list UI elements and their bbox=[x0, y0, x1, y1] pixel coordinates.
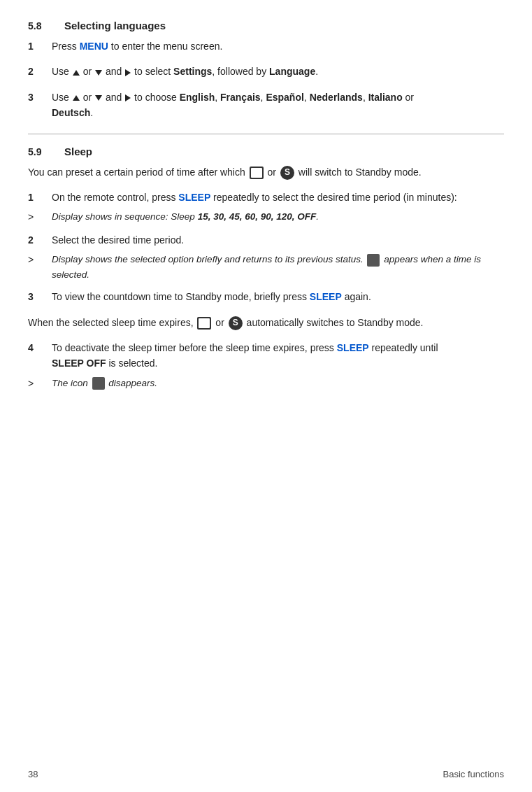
substep-59-4-content: The icon disappears. bbox=[52, 376, 157, 391]
step-58-1: 1 Press MENU to enter the menu screen. bbox=[28, 38, 504, 54]
substep-59-2: > Display shows the selected option brie… bbox=[28, 252, 504, 282]
section-59-heading: Sleep bbox=[64, 146, 92, 157]
step-59-4: 4 To deactivate the sleep timer before t… bbox=[28, 340, 504, 372]
arrow-right-icon2 bbox=[125, 94, 131, 101]
step-58-2: 2 Use or and to select Settings, followe… bbox=[28, 64, 504, 79]
step-58-3-content: Use or and to choose English, Français, … bbox=[52, 90, 504, 121]
sleep-keyword-3: SLEEP bbox=[310, 291, 342, 302]
arrow-up-icon bbox=[73, 70, 80, 76]
sleep-keyword-4a: SLEEP bbox=[337, 342, 369, 353]
language-label: Language bbox=[269, 66, 315, 77]
section-58: 5.8 Selecting languages 1 Press MENU to … bbox=[28, 20, 504, 121]
sleep-off-label: SLEEP OFF bbox=[52, 358, 106, 369]
substep-59-1: > Display shows in sequence: Sleep 15, 3… bbox=[28, 209, 504, 225]
substep-59-4: > The icon disappears. bbox=[28, 376, 504, 391]
section-59: 5.9 Sleep You can preset a certain perio… bbox=[28, 146, 504, 392]
page-content: 5.8 Selecting languages 1 Press MENU to … bbox=[0, 0, 532, 426]
tv-icon-2 bbox=[197, 317, 211, 330]
tv-icon bbox=[250, 167, 264, 179]
middle-text: When the selected sleep time expires, or… bbox=[28, 315, 504, 330]
arrow-up-icon2 bbox=[73, 95, 80, 101]
section-59-title: 5.9 Sleep bbox=[28, 146, 504, 157]
section-58-number: 5.8 bbox=[28, 20, 50, 31]
arrow-right-icon bbox=[125, 69, 131, 76]
step-59-2-num: 2 bbox=[28, 232, 42, 248]
menu-keyword: MENU bbox=[80, 41, 108, 52]
step-59-3: 3 To view the countdown time to Standby … bbox=[28, 289, 504, 304]
step-58-3-num: 3 bbox=[28, 90, 42, 105]
substep-marker-2: > bbox=[28, 252, 42, 267]
substep-marker-4: > bbox=[28, 376, 42, 391]
step-58-3: 3 Use or and to choose English, Français… bbox=[28, 90, 504, 121]
nederlands-label: Nederlands bbox=[310, 92, 363, 103]
footer-text: Basic functions bbox=[443, 769, 504, 779]
s-icon-2: S bbox=[229, 316, 243, 330]
section-58-title: 5.8 Selecting languages bbox=[28, 20, 504, 31]
sleep-keyword-1: SLEEP bbox=[178, 192, 210, 203]
espanol-label: Español bbox=[266, 92, 303, 103]
substep-marker-1: > bbox=[28, 209, 42, 225]
step-59-3-num: 3 bbox=[28, 289, 42, 304]
step-59-4-content: To deactivate the sleep timer before the… bbox=[52, 340, 504, 372]
page-footer: 38 Basic functions bbox=[0, 769, 532, 779]
s-icon: S bbox=[280, 166, 294, 180]
step-58-1-num: 1 bbox=[28, 38, 42, 54]
section-59-number: 5.9 bbox=[28, 146, 50, 157]
substep-59-2-content: Display shows the selected option briefl… bbox=[52, 252, 504, 282]
step-58-2-num: 2 bbox=[28, 64, 42, 79]
step-59-4-num: 4 bbox=[28, 340, 42, 355]
arrow-down-icon bbox=[95, 70, 102, 76]
arrow-down-icon2 bbox=[95, 95, 102, 101]
section-58-heading: Selecting languages bbox=[64, 20, 166, 31]
step-59-3-content: To view the countdown time to Standby mo… bbox=[52, 289, 504, 304]
step-59-2: 2 Select the desired time period. bbox=[28, 232, 504, 248]
step-58-1-content: Press MENU to enter the menu screen. bbox=[52, 38, 504, 54]
step-59-1-content: On the remote control, press SLEEP repea… bbox=[52, 190, 504, 205]
page-number: 38 bbox=[28, 769, 38, 779]
substep-59-1-content: Display shows in sequence: Sleep 15, 30,… bbox=[52, 209, 319, 225]
moon-icon-2 bbox=[92, 377, 105, 390]
english-label: English bbox=[180, 92, 215, 103]
deutsch-label: Deutsch bbox=[52, 107, 90, 118]
section-59-intro: You can preset a certain period of time … bbox=[28, 164, 504, 180]
step-59-2-content: Select the desired time period. bbox=[52, 232, 504, 248]
step-59-1-num: 1 bbox=[28, 190, 42, 205]
moon-icon-1 bbox=[367, 254, 380, 267]
italiano-label: Italiano bbox=[368, 92, 403, 103]
step-58-2-content: Use or and to select Settings, followed … bbox=[52, 64, 504, 79]
francais-label: Français bbox=[220, 92, 261, 103]
settings-label: Settings bbox=[173, 66, 212, 77]
step-59-1: 1 On the remote control, press SLEEP rep… bbox=[28, 190, 504, 205]
section-divider bbox=[28, 134, 504, 134]
